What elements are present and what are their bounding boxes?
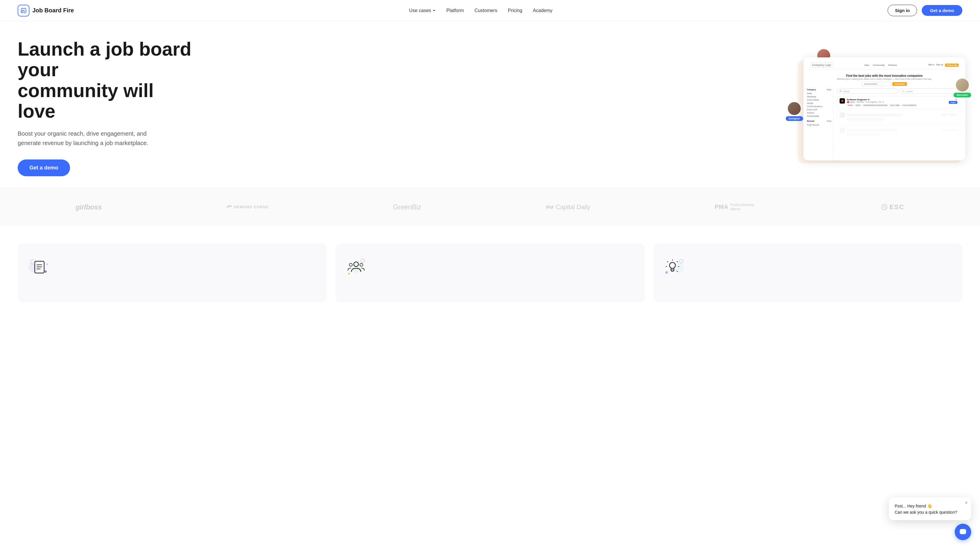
hero-subtitle: Boost your organic reach, drive engageme… — [18, 129, 159, 148]
job-info: Software Engineer II 🍎 Apple · Remote · … — [847, 98, 947, 107]
hero-card-email-row: Subscribe — [813, 82, 956, 86]
logo-greenbiz: GreenBiz — [393, 203, 421, 211]
hero-title: Launch a job board your community will l… — [18, 39, 194, 122]
hero-card-body: Category Clear Sales Marketing Social Me… — [807, 89, 962, 160]
nav-customers[interactable]: Customers — [474, 8, 497, 13]
hero-illustration: Engineer Company Logo Jobs Community Par… — [194, 51, 963, 163]
logo-girlboss: girlboss — [75, 203, 102, 211]
hero-sidebar-category: Category Clear Sales Marketing Social Me… — [807, 89, 831, 118]
logo-icon — [18, 5, 29, 16]
hero-main-card: Company Logo Jobs Community Partners Sig… — [803, 57, 965, 160]
hero-job-skeleton-2 — [837, 126, 960, 139]
svg-point-18 — [361, 259, 364, 263]
svg-line-3 — [841, 91, 842, 92]
svg-point-4 — [902, 91, 904, 92]
nav-pricing[interactable]: Pricing — [508, 8, 522, 13]
search-box: Search — [837, 89, 897, 94]
hero-sidebar-remote: Remote Clear Fully Remote — [807, 120, 831, 127]
get-demo-button-hero[interactable]: Get a demo — [18, 159, 70, 176]
nav-links: Use cases Platform Customers Pricing Aca… — [409, 8, 552, 13]
features-section — [0, 226, 980, 308]
logo-capital-daily: Capital Daily — [546, 203, 590, 211]
nav-actions: Sign in Get a demo — [888, 5, 963, 16]
apply-button[interactable]: Apply — [949, 101, 957, 104]
hero-card-nav-btns: Sign in Sign up Post a Job — [928, 64, 959, 67]
svg-line-27 — [667, 261, 668, 262]
logo-text: Job Board Fire — [32, 7, 74, 14]
hero-card-main: Search Location 🍎 Software Engineer — [835, 89, 962, 160]
job-tags: SAAS PAYS ENTERPRISE INTEGRATION FULL TI… — [847, 104, 947, 107]
features-grid — [18, 243, 963, 302]
hero-card-center-title: Find the best jobs with the most innovat… — [813, 74, 956, 77]
svg-point-12 — [45, 271, 47, 273]
nav-use-cases[interactable]: Use cases — [409, 8, 436, 13]
email-input[interactable] — [862, 82, 891, 86]
hero-card-sidebar: Category Clear Sales Marketing Social Me… — [807, 89, 834, 160]
svg-point-19 — [348, 273, 350, 275]
feature-card-1 — [18, 243, 327, 302]
idea-icon — [662, 255, 686, 279]
hero-card-search: Search Location — [837, 89, 960, 94]
subscribe-button[interactable]: Subscribe — [892, 82, 907, 86]
hero-section: Launch a job board your community will l… — [0, 21, 980, 188]
hero-card-center-sub: Whether you're seeking your dream role o… — [813, 78, 956, 80]
recruiter-badge: Recruiter — [953, 93, 971, 97]
feature-card-3 — [653, 243, 963, 302]
designer-badge: Designer — [786, 116, 803, 121]
hero-card-nav: Jobs Community Partners — [864, 64, 897, 67]
hero-app-preview: Engineer Company Logo Jobs Community Par… — [792, 51, 963, 163]
community-icon — [344, 255, 368, 279]
hero-card-header: Company Logo Jobs Community Partners Sig… — [807, 61, 962, 70]
job-meta: 1d Apply — [949, 98, 957, 104]
post-job-button[interactable]: Post a Job — [945, 64, 959, 67]
logo[interactable]: Job Board Fire — [18, 5, 74, 16]
nav-academy[interactable]: Academy — [533, 8, 553, 13]
logo-esc: ESC — [881, 203, 904, 211]
hero-card-center: Find the best jobs with the most innovat… — [807, 72, 962, 89]
location-box: Location — [899, 89, 960, 94]
document-icon — [27, 255, 50, 279]
designer-avatar-image — [787, 102, 801, 116]
signin-button[interactable]: Sign in — [888, 5, 917, 16]
hero-card-logo: Company Logo — [810, 63, 834, 67]
logos-section: girlboss DEMAND CURVE GreenBiz Capital D… — [0, 188, 980, 226]
svg-point-13 — [46, 263, 48, 265]
logo-demand-curve: DEMAND CURVE — [226, 204, 269, 210]
hero-job-skeleton-1 — [837, 110, 960, 124]
svg-point-2 — [840, 90, 842, 92]
svg-point-30 — [665, 271, 668, 274]
hero-content: Launch a job board your community will l… — [18, 39, 194, 176]
svg-point-1 — [22, 10, 23, 11]
navbar: Job Board Fire Use cases Platform Custom… — [0, 0, 980, 21]
recruiter-avatar: Recruiter — [953, 78, 971, 97]
logo-pma: PMA Product Marketing Alliance — [714, 203, 757, 211]
nav-platform[interactable]: Platform — [447, 8, 464, 13]
recruiter-avatar-image — [955, 78, 969, 92]
get-demo-button-nav[interactable]: Get a demo — [922, 5, 963, 16]
svg-point-5 — [882, 204, 887, 210]
job-company-logo: 🍎 — [840, 98, 845, 103]
logos-grid: girlboss DEMAND CURVE GreenBiz Capital D… — [18, 203, 963, 211]
feature-card-2 — [336, 243, 644, 302]
hero-job-item: 🍎 Software Engineer II 🍎 Apple · Remote … — [837, 96, 960, 108]
designer-avatar: Designer — [786, 102, 803, 121]
